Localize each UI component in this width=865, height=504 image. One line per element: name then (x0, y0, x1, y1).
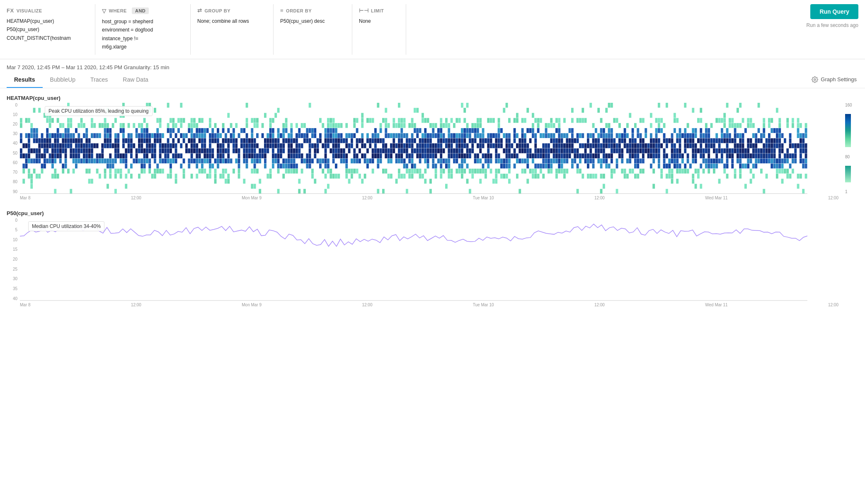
y-label: 80 (7, 179, 17, 184)
legend-min: 1 (845, 189, 858, 194)
x-label: 12:00 (828, 303, 838, 307)
x-label: 12:00 (362, 196, 372, 200)
where-cond-4: m6g.xlarge (102, 43, 184, 51)
x-label: 12:00 (828, 196, 838, 200)
heatmap-x-axis: Mar 812:00Mon Mar 912:00Tue Mar 1012:00W… (7, 194, 858, 200)
y-label: 10 (7, 112, 17, 117)
y-label: 5 (7, 228, 17, 232)
line-chart-wrapper: 4035302520151050 Median CPU utilization … (7, 218, 858, 301)
sort-icon: ≡ (280, 7, 283, 14)
run-area: Run Query Run a few seconds ago (799, 0, 865, 59)
graph-settings-button[interactable]: Graph Settings (810, 74, 858, 87)
x-label: Tue Mar 10 (473, 196, 494, 200)
x-label: Mon Mar 9 (242, 303, 262, 307)
where-label: WHERE (109, 8, 127, 13)
tabs-left: Results BubbleUp Traces Raw Data (7, 73, 156, 88)
limit-content[interactable]: None (359, 17, 399, 25)
group-by-block: ⇄ GROUP BY None; combine all rows (191, 4, 274, 55)
visualize-line-2: P50(cpu_user) (7, 25, 88, 34)
limit-block: ⊢⊣ LIMIT None (352, 4, 406, 55)
tab-raw-data[interactable]: Raw Data (115, 73, 155, 88)
order-by-content[interactable]: P50(cpu_user) desc (280, 17, 345, 25)
order-by-header: ≡ ORDER BY (280, 7, 345, 14)
heatmap-title: HEATMAP(cpu_user) (7, 95, 858, 101)
y-label: 20 (7, 257, 17, 262)
graph-settings-label: Graph Settings (821, 76, 857, 82)
x-label: Wed Mar 11 (705, 303, 727, 307)
legend-max: 160 (845, 103, 858, 107)
where-cond-3: instance_type != (102, 34, 184, 43)
visualize-line-3: COUNT_DISTINCT(hostnam (7, 34, 88, 42)
tab-bubbleup[interactable]: BubbleUp (43, 73, 83, 88)
y-label: 50 (7, 151, 17, 155)
x-label: 12:00 (131, 303, 141, 307)
y-label: 60 (7, 160, 17, 165)
x-label: Mar 8 (20, 303, 31, 307)
y-label: 90 (7, 189, 17, 194)
group-icon: ⇄ (197, 7, 202, 14)
y-label: 0 (7, 103, 17, 107)
visualize-content[interactable]: HEATMAP(cpu_user) P50(cpu_user) COUNT_DI… (7, 17, 88, 42)
y-label: 30 (7, 276, 17, 281)
legend-bar-2 (845, 166, 851, 182)
group-by-header: ⇄ GROUP BY (197, 7, 267, 14)
line-legend-spacer (838, 218, 858, 301)
x-label: 12:00 (594, 196, 605, 200)
order-by-value: P50(cpu_user) desc (280, 17, 345, 25)
heatmap-canvas: Peak CPU utilization 85%, leading to que… (20, 103, 842, 194)
top-bar: fx VISUALIZE HEATMAP(cpu_user) P50(cpu_u… (0, 0, 865, 59)
x-label: 12:00 (131, 196, 141, 200)
svg-point-0 (814, 79, 816, 80)
y-label: 35 (7, 286, 17, 291)
line-chart-title: P50(cpu_user) (7, 210, 858, 216)
heatmap-y-axis: 9080706050403020100 (7, 103, 20, 194)
group-by-content[interactable]: None; combine all rows (197, 17, 267, 25)
tabs-bar: Results BubbleUp Traces Raw Data Graph S… (0, 70, 865, 88)
where-block: ▽ WHERE AND host_group = shepherd enviro… (95, 4, 191, 55)
where-header: ▽ WHERE AND (102, 7, 184, 14)
x-label: Mar 8 (20, 196, 31, 200)
tab-results[interactable]: Results (7, 73, 43, 88)
limit-header: ⊢⊣ LIMIT (359, 7, 399, 14)
run-query-button[interactable]: Run Query (810, 4, 858, 19)
legend-mid: 80 (845, 155, 858, 159)
where-cond-1: host_group = shepherd (102, 17, 184, 26)
visualize-line-1: HEATMAP(cpu_user) (7, 17, 88, 25)
y-label: 10 (7, 237, 17, 242)
tab-traces[interactable]: Traces (83, 73, 115, 88)
x-label: 12:00 (594, 303, 605, 307)
line-chart-container: P50(cpu_user) 4035302520151050 Median CP… (7, 210, 858, 307)
where-content[interactable]: host_group = shepherd environment = dogf… (102, 17, 184, 51)
time-range-bar: Mar 7 2020, 12:45 PM – Mar 11 2020, 12:4… (0, 59, 865, 70)
limit-label: LIMIT (371, 8, 384, 13)
group-by-value: None; combine all rows (197, 17, 267, 25)
run-status: Run a few seconds ago (807, 22, 858, 28)
line-canvas: Median CPU utilization 34-40% (20, 218, 838, 301)
visualize-label: VISUALIZE (17, 8, 42, 13)
visualize-header: fx VISUALIZE (7, 7, 88, 14)
fx-icon: fx (7, 7, 14, 14)
chart-area: HEATMAP(cpu_user) 9080706050403020100 Pe… (0, 88, 865, 307)
y-label: 15 (7, 247, 17, 252)
line-y-axis: 4035302520151050 (7, 218, 20, 301)
y-label: 25 (7, 267, 17, 271)
filter-icon: ▽ (102, 8, 107, 14)
gear-icon (812, 76, 818, 83)
y-label: 70 (7, 170, 17, 174)
time-range-text: Mar 7 2020, 12:45 PM – Mar 11 2020, 12:4… (7, 64, 169, 70)
x-label: Mon Mar 9 (242, 196, 262, 200)
limit-icon: ⊢⊣ (359, 7, 368, 14)
y-label: 40 (7, 296, 17, 301)
line-x-axis: Mar 812:00Mon Mar 912:00Tue Mar 1012:00W… (7, 301, 858, 307)
y-label: 40 (7, 141, 17, 145)
y-label: 30 (7, 131, 17, 136)
y-label: 20 (7, 122, 17, 126)
query-sections: fx VISUALIZE HEATMAP(cpu_user) P50(cpu_u… (0, 0, 799, 59)
order-by-label: ORDER BY (286, 8, 312, 13)
x-label: Wed Mar 11 (705, 196, 727, 200)
where-cond-2: environment = dogfood (102, 26, 184, 34)
legend-bar (845, 114, 851, 147)
x-label: 12:00 (362, 303, 372, 307)
limit-value: None (359, 17, 399, 25)
group-by-label: GROUP BY (205, 8, 230, 13)
